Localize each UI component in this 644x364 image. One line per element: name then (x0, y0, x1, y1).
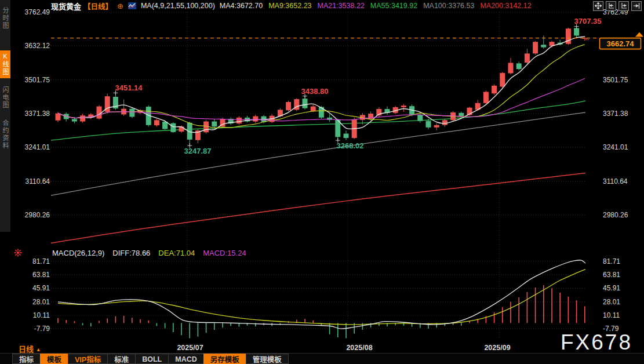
svg-text:63.81: 63.81 (32, 271, 50, 279)
svg-text:2025/07: 2025/07 (177, 344, 203, 352)
svg-text:3501.75: 3501.75 (25, 76, 50, 84)
ma-line-MA200 (51, 173, 585, 243)
macd-dea-value: DEA:71.04 (158, 249, 195, 257)
svg-text:-7.79: -7.79 (34, 325, 50, 333)
sidebar-item-1[interactable]: K线图 (0, 50, 10, 78)
svg-text:2025/08: 2025/08 (346, 344, 372, 352)
candlestick-chart[interactable]: 3762.493762.493632.123632.123501.753501.… (0, 0, 644, 364)
macd-diff-value: DIFF:78.66 (112, 249, 150, 257)
svg-text:3241.01: 3241.01 (25, 143, 50, 151)
chevron-up-icon: ▲ (36, 347, 41, 352)
svg-text:3438.80: 3438.80 (301, 87, 329, 96)
toolbar-tab-0[interactable]: 指标 (12, 354, 41, 364)
sidebar-item-2[interactable]: 闪电图 (0, 84, 10, 111)
svg-text:81.71: 81.71 (603, 257, 620, 265)
grid-layer (51, 12, 587, 338)
macd-title: MACD(26,12,9) (52, 249, 104, 257)
toolbar-tab-4[interactable]: BOLL (135, 354, 169, 364)
toolbar-tab-3[interactable]: 标准 (107, 354, 136, 364)
toolbar-tab-1[interactable]: 模板 (40, 354, 68, 364)
svg-text:3110.64: 3110.64 (603, 177, 628, 185)
svg-text:10.11: 10.11 (603, 311, 620, 319)
live-indicator-icon (14, 249, 22, 257)
svg-text:3110.64: 3110.64 (26, 177, 50, 185)
scale-left-icon[interactable] (606, 1, 616, 11)
annotation-layer: 3451.143247.873438.803268.023707.35 (113, 17, 601, 155)
ma-legend-item: MA200:3142.12 (480, 2, 531, 10)
svg-text:2025/09: 2025/09 (484, 344, 510, 352)
svg-text:2980.26: 2980.26 (603, 211, 628, 219)
period-label: 【日线】 (83, 1, 112, 12)
sidebar-item-3[interactable]: 合约资料 (0, 117, 10, 152)
toolbar-tab-5[interactable]: MACD (168, 354, 204, 364)
go-latest-icon[interactable] (631, 1, 642, 11)
svg-text:3662.74: 3662.74 (607, 39, 635, 48)
scale-right-icon[interactable] (618, 1, 629, 11)
svg-text:45.91: 45.91 (603, 284, 620, 292)
macd-header: MACD(26,12,9) DIFF:78.66 DEA:71.04 MACD:… (52, 249, 246, 257)
svg-text:3371.38: 3371.38 (603, 110, 628, 118)
ma-legend-item: MA9:3652.23 (268, 2, 311, 10)
diff-line (58, 260, 585, 329)
svg-text:28.01: 28.01 (32, 298, 50, 306)
svg-text:3241.01: 3241.01 (603, 143, 628, 151)
macd-macd-value: MACD:15.24 (203, 249, 246, 257)
svg-text:2980.26: 2980.26 (25, 211, 50, 219)
svg-text:3707.35: 3707.35 (574, 17, 602, 26)
svg-text:81.71: 81.71 (32, 257, 50, 265)
chart-style-icon[interactable] (128, 2, 136, 9)
watermark-logo: FX678 (561, 330, 632, 355)
toolbar-tab-2[interactable]: VIP指标 (68, 354, 108, 364)
svg-text:3268.02: 3268.02 (337, 141, 364, 150)
svg-text:3632.12: 3632.12 (25, 42, 50, 50)
svg-text:3247.87: 3247.87 (184, 147, 212, 155)
pan-icon[interactable] (593, 1, 603, 11)
svg-text:3501.75: 3501.75 (603, 76, 628, 84)
slow-ma-layer (51, 101, 585, 243)
ma-legend-item: MA4:3672.70 (220, 2, 263, 10)
svg-text:28.01: 28.01 (603, 298, 620, 306)
ma-legend-item: MA55:3419.92 (370, 2, 417, 10)
svg-text:63.81: 63.81 (603, 271, 620, 279)
svg-text:↔: ↔ (584, 35, 591, 42)
chart-window: 分时图K线图闪电图合约资料 现货黄金 【日线】 ⊕ MA(4,9,21,55,1… (0, 0, 644, 364)
dea-line (58, 270, 585, 325)
svg-text:45.91: 45.91 (32, 284, 50, 292)
ma-legend-item: MA100:3376.53 (423, 2, 474, 10)
symbol-name: 现货黄金 (51, 1, 81, 12)
svg-text:3451.14: 3451.14 (115, 83, 143, 92)
toolbar-tab-6[interactable]: 另存模板 (203, 354, 246, 364)
ma-legend: MA4:3672.70MA9:3652.23MA21:3538.22MA55:3… (220, 2, 532, 10)
price-up-arrow-icon (635, 32, 643, 37)
macd-layer (58, 260, 585, 338)
sidebar-item-0[interactable]: 分时图 (0, 5, 10, 32)
ma-legend-item: MA21:3538.22 (318, 2, 365, 10)
add-indicator-icon[interactable]: ⊕ (117, 2, 123, 10)
sidebar: 分时图K线图闪电图合约资料 (0, 0, 10, 232)
header-icon-group (593, 1, 642, 11)
svg-text:10.11: 10.11 (33, 311, 50, 319)
ma-group-label: MA(4,9,21,55,100,200) (141, 2, 215, 10)
chart-header: 现货黄金 【日线】 ⊕ MA(4,9,21,55,100,200) MA4:36… (10, 0, 644, 12)
svg-text:3371.38: 3371.38 (25, 110, 50, 118)
current-price-layer: ↔3662.74 (51, 32, 643, 49)
indicator-toolbar: 指标模板VIP指标标准BOLLMACD另存模板管理模板 (0, 353, 644, 364)
toolbar-tab-7[interactable]: 管理模板 (246, 354, 289, 364)
